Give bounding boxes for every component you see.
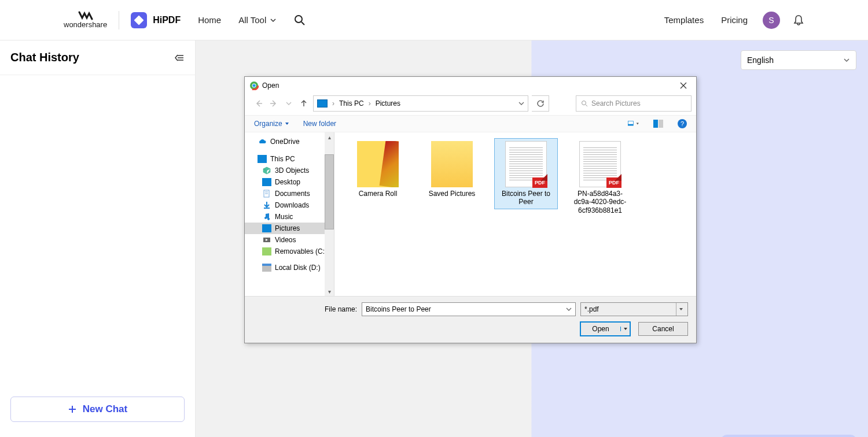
svg-rect-11 (653, 120, 658, 128)
pc-icon (258, 155, 267, 163)
svg-line-2 (301, 22, 304, 25)
tree-documents[interactable]: Documents (245, 188, 334, 199)
tree-videos[interactable]: Videos (245, 234, 334, 246)
avatar[interactable]: S (763, 12, 780, 29)
breadcrumb-root[interactable]: This PC (339, 99, 364, 108)
tree-label: 3D Objects (275, 166, 309, 175)
filename-row: File name: Bitcoins Peer to Peer *.pdf (253, 302, 688, 316)
search-icon[interactable] (294, 14, 306, 26)
file-bitcoins[interactable]: PDF Bitcoins Peer to Peer (494, 138, 558, 209)
nav-templates[interactable]: Templates (664, 15, 704, 25)
desktop-icon (262, 178, 271, 186)
new-chat-button[interactable]: New Chat (10, 397, 185, 422)
svg-rect-12 (659, 120, 663, 128)
chevron-down-icon (270, 17, 277, 24)
folder-tree: OneDrive This PC 3D Objects Desktop Docu… (245, 132, 334, 296)
nav-pricing[interactable]: Pricing (721, 15, 748, 25)
scroll-up-icon[interactable]: ▴ (325, 132, 334, 142)
filename-input[interactable]: Bitcoins Peer to Peer (362, 302, 576, 316)
svg-point-7 (582, 101, 586, 105)
filetype-value: *.pdf (584, 305, 599, 313)
file-saved-pictures[interactable]: Saved Pictures (420, 138, 484, 201)
file-label: Saved Pictures (429, 190, 476, 198)
open-button[interactable]: Open (580, 322, 630, 336)
tree-label: Documents (275, 190, 310, 198)
tree-music[interactable]: Music (245, 211, 334, 223)
disk-icon (262, 264, 271, 272)
open-split-dropdown[interactable] (620, 327, 630, 331)
filename-value: Bitcoins Peer to Peer (366, 305, 431, 313)
dialog-titlebar: Open (245, 77, 696, 94)
nav-back-button[interactable] (253, 98, 264, 109)
language-select[interactable]: English (741, 50, 856, 70)
wondershare-text: wondershare (64, 20, 107, 29)
nav-home[interactable]: Home (198, 15, 221, 25)
file-label: PN-a58d84a3-dc9a-4020-9edc-6cf936b881e1 (571, 190, 629, 214)
open-label: Open (581, 325, 620, 333)
cancel-button[interactable]: Cancel (638, 322, 688, 336)
tree-3d-objects[interactable]: 3D Objects (245, 165, 334, 176)
chevron-down-icon[interactable] (566, 306, 572, 312)
tree-local-disk[interactable]: Local Disk (D:) (245, 262, 334, 273)
pc-icon (317, 99, 328, 108)
language-value: English (747, 55, 774, 65)
sidebar-header: Chat History (0, 40, 195, 75)
video-icon (262, 236, 271, 244)
svg-line-8 (586, 105, 587, 106)
view-mode-button[interactable] (628, 120, 639, 128)
tree-downloads[interactable]: Downloads (245, 199, 334, 211)
tree-label: Local Disk (D:) (275, 264, 321, 272)
nav-forward-button[interactable] (268, 98, 279, 109)
preview-pane-button[interactable] (653, 120, 664, 128)
tree-onedrive[interactable]: OneDrive (245, 136, 334, 147)
nav-all-tool[interactable]: All Tool (238, 15, 277, 25)
tree-removables[interactable]: Removables (C:) (245, 246, 334, 257)
dialog-toolbar: Organize New folder ? (245, 115, 696, 132)
wondershare-logo[interactable]: wondershare (64, 11, 107, 29)
cube-icon (262, 166, 271, 175)
file-camera-roll[interactable]: Camera Roll (346, 138, 410, 201)
caret-down-icon (623, 327, 628, 331)
new-folder-button[interactable]: New folder (303, 120, 336, 128)
sidebar-title: Chat History (10, 51, 79, 64)
svg-point-6 (253, 84, 256, 87)
filetype-select[interactable]: *.pdf (580, 302, 688, 316)
organize-button[interactable]: Organize (254, 120, 289, 128)
bell-icon[interactable] (793, 14, 804, 26)
chevron-down-icon (286, 101, 292, 106)
tree-pictures[interactable]: Pictures (245, 223, 334, 234)
tree-desktop[interactable]: Desktop (245, 176, 334, 188)
sidebar: Chat History New Chat (0, 40, 196, 437)
tree-label: Pictures (275, 224, 300, 232)
folder-icon (431, 141, 473, 187)
organize-label: Organize (254, 120, 282, 128)
preview-icon (653, 120, 664, 128)
breadcrumb-folder[interactable]: Pictures (376, 99, 400, 108)
close-button[interactable] (675, 79, 692, 92)
plus-icon (68, 405, 77, 414)
arrow-right-icon (269, 99, 278, 108)
tree-label: Downloads (275, 201, 309, 209)
search-input[interactable]: Search Pictures (576, 95, 692, 112)
scroll-down-icon[interactable]: ▾ (325, 287, 334, 296)
nav-recent-dropdown[interactable] (283, 98, 295, 109)
nav-up-button[interactable] (298, 98, 310, 109)
tree-label: Removables (C:) (275, 247, 327, 255)
address-bar[interactable]: › This PC › Pictures (313, 95, 528, 112)
dropdown-arrow (676, 303, 685, 316)
chevron-down-icon[interactable] (518, 101, 524, 106)
top-navigation: wondershare HiPDF Home All Tool Template… (0, 0, 868, 40)
nav-all-tool-label: All Tool (238, 15, 266, 25)
hipdf-logo[interactable]: HiPDF (131, 12, 181, 28)
collapse-icon[interactable] (174, 53, 185, 63)
help-button[interactable]: ? (678, 119, 687, 128)
file-pn-doc[interactable]: PDF PN-a58d84a3-dc9a-4020-9edc-6cf936b88… (568, 138, 632, 217)
refresh-button[interactable] (532, 95, 549, 112)
tree-thispc[interactable]: This PC (245, 153, 334, 165)
scroll-thumb[interactable] (325, 154, 334, 229)
new-chat-label: New Chat (83, 403, 127, 415)
arrow-up-icon (299, 99, 308, 108)
pdf-badge-icon: PDF (606, 177, 621, 188)
tree-scrollbar[interactable]: ▴ ▾ (325, 132, 334, 296)
wondershare-icon (78, 11, 93, 20)
